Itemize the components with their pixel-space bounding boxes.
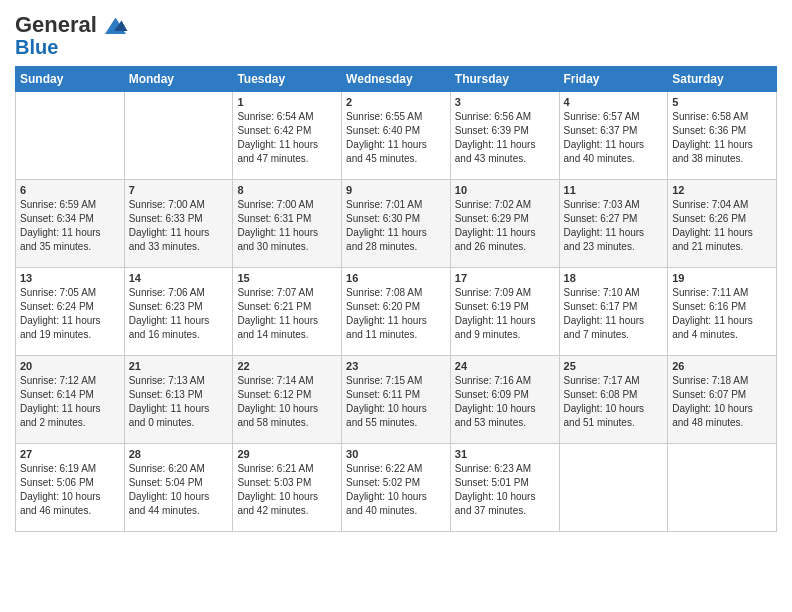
day-number: 28 [129,448,229,460]
day-info: Sunrise: 7:06 AM Sunset: 6:23 PM Dayligh… [129,286,229,342]
cell-1-7: 5Sunrise: 6:58 AM Sunset: 6:36 PM Daylig… [668,92,777,180]
day-number: 14 [129,272,229,284]
cell-5-1: 27Sunrise: 6:19 AM Sunset: 5:06 PM Dayli… [16,444,125,532]
day-info: Sunrise: 6:19 AM Sunset: 5:06 PM Dayligh… [20,462,120,518]
week-row-3: 13Sunrise: 7:05 AM Sunset: 6:24 PM Dayli… [16,268,777,356]
day-number: 17 [455,272,555,284]
day-number: 8 [237,184,337,196]
day-info: Sunrise: 7:11 AM Sunset: 6:16 PM Dayligh… [672,286,772,342]
day-number: 12 [672,184,772,196]
day-number: 6 [20,184,120,196]
day-info: Sunrise: 6:56 AM Sunset: 6:39 PM Dayligh… [455,110,555,166]
day-info: Sunrise: 7:04 AM Sunset: 6:26 PM Dayligh… [672,198,772,254]
day-info: Sunrise: 6:58 AM Sunset: 6:36 PM Dayligh… [672,110,772,166]
cell-4-4: 23Sunrise: 7:15 AM Sunset: 6:11 PM Dayli… [342,356,451,444]
page: General Blue SundayMondayTuesdayWednesda… [0,0,792,547]
col-header-tuesday: Tuesday [233,67,342,92]
day-number: 3 [455,96,555,108]
day-number: 7 [129,184,229,196]
day-number: 22 [237,360,337,372]
cell-3-2: 14Sunrise: 7:06 AM Sunset: 6:23 PM Dayli… [124,268,233,356]
cell-3-4: 16Sunrise: 7:08 AM Sunset: 6:20 PM Dayli… [342,268,451,356]
cell-3-7: 19Sunrise: 7:11 AM Sunset: 6:16 PM Dayli… [668,268,777,356]
cell-5-3: 29Sunrise: 6:21 AM Sunset: 5:03 PM Dayli… [233,444,342,532]
day-info: Sunrise: 7:01 AM Sunset: 6:30 PM Dayligh… [346,198,446,254]
col-header-sunday: Sunday [16,67,125,92]
day-info: Sunrise: 7:08 AM Sunset: 6:20 PM Dayligh… [346,286,446,342]
cell-5-2: 28Sunrise: 6:20 AM Sunset: 5:04 PM Dayli… [124,444,233,532]
day-number: 19 [672,272,772,284]
logo-icon [99,10,129,40]
day-info: Sunrise: 6:23 AM Sunset: 5:01 PM Dayligh… [455,462,555,518]
day-info: Sunrise: 6:57 AM Sunset: 6:37 PM Dayligh… [564,110,664,166]
day-info: Sunrise: 6:55 AM Sunset: 6:40 PM Dayligh… [346,110,446,166]
cell-1-6: 4Sunrise: 6:57 AM Sunset: 6:37 PM Daylig… [559,92,668,180]
day-info: Sunrise: 7:14 AM Sunset: 6:12 PM Dayligh… [237,374,337,430]
day-info: Sunrise: 6:59 AM Sunset: 6:34 PM Dayligh… [20,198,120,254]
day-number: 9 [346,184,446,196]
day-info: Sunrise: 7:00 AM Sunset: 6:33 PM Dayligh… [129,198,229,254]
cell-3-1: 13Sunrise: 7:05 AM Sunset: 6:24 PM Dayli… [16,268,125,356]
day-number: 11 [564,184,664,196]
day-number: 16 [346,272,446,284]
cell-3-5: 17Sunrise: 7:09 AM Sunset: 6:19 PM Dayli… [450,268,559,356]
cell-1-1 [16,92,125,180]
col-header-thursday: Thursday [450,67,559,92]
week-row-4: 20Sunrise: 7:12 AM Sunset: 6:14 PM Dayli… [16,356,777,444]
day-number: 2 [346,96,446,108]
day-info: Sunrise: 7:12 AM Sunset: 6:14 PM Dayligh… [20,374,120,430]
cell-4-3: 22Sunrise: 7:14 AM Sunset: 6:12 PM Dayli… [233,356,342,444]
day-info: Sunrise: 6:21 AM Sunset: 5:03 PM Dayligh… [237,462,337,518]
day-number: 29 [237,448,337,460]
cell-4-1: 20Sunrise: 7:12 AM Sunset: 6:14 PM Dayli… [16,356,125,444]
cell-5-5: 31Sunrise: 6:23 AM Sunset: 5:01 PM Dayli… [450,444,559,532]
cell-5-7 [668,444,777,532]
col-header-wednesday: Wednesday [342,67,451,92]
week-row-1: 1Sunrise: 6:54 AM Sunset: 6:42 PM Daylig… [16,92,777,180]
day-info: Sunrise: 7:10 AM Sunset: 6:17 PM Dayligh… [564,286,664,342]
day-info: Sunrise: 7:16 AM Sunset: 6:09 PM Dayligh… [455,374,555,430]
col-header-monday: Monday [124,67,233,92]
cell-2-3: 8Sunrise: 7:00 AM Sunset: 6:31 PM Daylig… [233,180,342,268]
col-header-friday: Friday [559,67,668,92]
day-info: Sunrise: 6:22 AM Sunset: 5:02 PM Dayligh… [346,462,446,518]
cell-2-7: 12Sunrise: 7:04 AM Sunset: 6:26 PM Dayli… [668,180,777,268]
day-number: 21 [129,360,229,372]
cell-2-5: 10Sunrise: 7:02 AM Sunset: 6:29 PM Dayli… [450,180,559,268]
week-row-5: 27Sunrise: 6:19 AM Sunset: 5:06 PM Dayli… [16,444,777,532]
day-number: 20 [20,360,120,372]
day-info: Sunrise: 7:02 AM Sunset: 6:29 PM Dayligh… [455,198,555,254]
day-info: Sunrise: 6:20 AM Sunset: 5:04 PM Dayligh… [129,462,229,518]
cell-2-1: 6Sunrise: 6:59 AM Sunset: 6:34 PM Daylig… [16,180,125,268]
day-info: Sunrise: 6:54 AM Sunset: 6:42 PM Dayligh… [237,110,337,166]
day-number: 25 [564,360,664,372]
day-number: 4 [564,96,664,108]
cell-3-3: 15Sunrise: 7:07 AM Sunset: 6:21 PM Dayli… [233,268,342,356]
header: General Blue [15,10,777,58]
cell-4-7: 26Sunrise: 7:18 AM Sunset: 6:07 PM Dayli… [668,356,777,444]
day-number: 30 [346,448,446,460]
cell-2-2: 7Sunrise: 7:00 AM Sunset: 6:33 PM Daylig… [124,180,233,268]
day-number: 18 [564,272,664,284]
cell-1-4: 2Sunrise: 6:55 AM Sunset: 6:40 PM Daylig… [342,92,451,180]
day-number: 26 [672,360,772,372]
logo-blue: Blue [15,36,58,58]
cell-2-6: 11Sunrise: 7:03 AM Sunset: 6:27 PM Dayli… [559,180,668,268]
cell-1-5: 3Sunrise: 6:56 AM Sunset: 6:39 PM Daylig… [450,92,559,180]
day-info: Sunrise: 7:09 AM Sunset: 6:19 PM Dayligh… [455,286,555,342]
col-header-saturday: Saturday [668,67,777,92]
day-number: 15 [237,272,337,284]
cell-1-3: 1Sunrise: 6:54 AM Sunset: 6:42 PM Daylig… [233,92,342,180]
cell-4-5: 24Sunrise: 7:16 AM Sunset: 6:09 PM Dayli… [450,356,559,444]
cell-5-6 [559,444,668,532]
logo-general: General [15,13,97,37]
calendar-table: SundayMondayTuesdayWednesdayThursdayFrid… [15,66,777,532]
cell-4-6: 25Sunrise: 7:17 AM Sunset: 6:08 PM Dayli… [559,356,668,444]
day-number: 13 [20,272,120,284]
cell-2-4: 9Sunrise: 7:01 AM Sunset: 6:30 PM Daylig… [342,180,451,268]
day-info: Sunrise: 7:17 AM Sunset: 6:08 PM Dayligh… [564,374,664,430]
day-number: 24 [455,360,555,372]
cell-1-2 [124,92,233,180]
day-number: 10 [455,184,555,196]
day-info: Sunrise: 7:00 AM Sunset: 6:31 PM Dayligh… [237,198,337,254]
